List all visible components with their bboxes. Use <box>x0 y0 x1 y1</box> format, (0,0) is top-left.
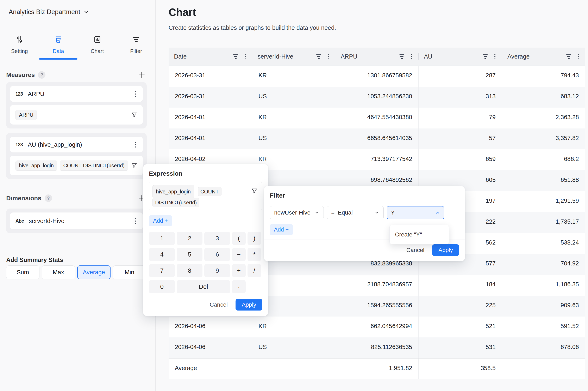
cell: 57 <box>419 128 502 149</box>
field-chip[interactable]: hive_app_login <box>15 161 57 171</box>
table-row: 2026-04-06KR662.045642994521591.52 <box>169 316 585 337</box>
measures-help-icon[interactable]: ? <box>38 71 46 79</box>
measure-expression-card[interactable]: hive_app_login COUNT DISTINCT(userId) <box>10 156 143 176</box>
cell: 2026-03-31 <box>169 66 252 87</box>
cell: 521 <box>419 316 502 337</box>
column-menu-icon[interactable] <box>327 53 330 61</box>
apply-button[interactable]: Apply <box>432 244 459 256</box>
funnel-filter-icon[interactable] <box>131 162 137 169</box>
kebab-menu-icon[interactable] <box>134 141 137 149</box>
measure-card[interactable]: 123 AU (hive_app_login) <box>10 137 143 153</box>
cell: 3,357.82 <box>502 128 585 149</box>
sliders-icon <box>15 35 24 44</box>
key-9[interactable]: 9 <box>204 264 230 277</box>
measure-group-arpu: 123 ARPU ARPU <box>6 82 147 128</box>
min-button[interactable]: Min <box>113 265 146 279</box>
key-4[interactable]: 4 <box>149 248 175 261</box>
cell: 79 <box>419 107 502 128</box>
field-chip[interactable]: ARPU <box>15 110 37 120</box>
cell: 1053.244856230 <box>335 87 419 107</box>
filter-value-input[interactable]: Y <box>387 206 444 219</box>
key-5[interactable]: 5 <box>177 248 202 261</box>
column-menu-icon[interactable] <box>493 53 497 61</box>
kebab-menu-icon[interactable] <box>134 90 137 98</box>
measure-name: ARPU <box>28 91 44 98</box>
key-2[interactable]: 2 <box>177 232 202 245</box>
filter-operator-select[interactable]: = Equal <box>327 206 384 219</box>
max-button[interactable]: Max <box>42 265 75 279</box>
cell: 651.88 <box>502 170 585 191</box>
cell: Average <box>169 359 252 379</box>
tab-chart-label: Chart <box>91 48 104 54</box>
key-delete[interactable]: Del <box>177 280 230 293</box>
key-6[interactable]: 6 <box>204 248 230 261</box>
cell: 2026-04-01 <box>169 128 252 149</box>
create-value-option[interactable]: Create "Y" <box>390 225 449 244</box>
column-menu-icon[interactable] <box>577 53 580 61</box>
cell: 531 <box>419 337 502 358</box>
cell: 358.5 <box>419 359 502 379</box>
expression-add-button[interactable]: Add + <box>149 215 172 226</box>
page-subtitle: Create statistics as tables or graphs to… <box>169 24 336 31</box>
column-filter-icon[interactable] <box>232 54 239 60</box>
cell: 704.92 <box>502 254 585 275</box>
cancel-button[interactable]: Cancel <box>406 247 424 253</box>
measure-card[interactable]: 123 ARPU <box>10 86 143 102</box>
column-menu-icon[interactable] <box>243 53 247 61</box>
workspace-selector[interactable]: Analytics Biz Department <box>9 8 89 16</box>
tab-chart[interactable]: Chart <box>78 33 117 59</box>
tab-filter-label: Filter <box>130 48 142 54</box>
column-header-serverid: serverId-Hive <box>252 48 335 66</box>
key-divide[interactable]: / <box>248 264 261 277</box>
key-8[interactable]: 8 <box>177 264 202 277</box>
filter-field-select[interactable]: newUser-Hive <box>270 206 324 219</box>
cell: US <box>252 337 335 358</box>
column-filter-icon[interactable] <box>398 54 405 60</box>
key-open-paren[interactable]: ( <box>232 232 246 245</box>
key-close-paren[interactable]: ) <box>248 232 261 245</box>
key-plus[interactable]: + <box>232 264 246 277</box>
column-filter-icon[interactable] <box>565 54 572 60</box>
expression-input[interactable]: hive_app_login COUNT DISTINCT(userId) <box>149 182 262 210</box>
measure-expression-card[interactable]: ARPU <box>10 105 143 125</box>
key-dot[interactable]: · <box>232 280 246 293</box>
cell: 2026-04-06 <box>169 316 252 337</box>
aggregation-chip[interactable]: COUNT DISTINCT(userId) <box>60 161 128 171</box>
tab-setting[interactable]: Setting <box>0 33 39 59</box>
cell: 2026-04-01 <box>169 107 252 128</box>
table-row: 2026-04-01US6658.645614035573,357.82 <box>169 128 585 149</box>
table-row: 2026-04-01KR4647.554430380792,363.28 <box>169 107 585 128</box>
cell: 2,363.28 <box>502 107 585 128</box>
dimension-group: Abc serverId-Hive <box>6 208 147 233</box>
page-title: Chart <box>169 6 196 18</box>
kebab-menu-icon[interactable] <box>134 217 137 225</box>
cancel-button[interactable]: Cancel <box>210 301 228 308</box>
key-minus[interactable]: − <box>232 248 246 261</box>
tab-filter[interactable]: Filter <box>117 33 156 59</box>
key-multiply[interactable]: * <box>248 248 261 261</box>
column-filter-icon[interactable] <box>482 54 489 60</box>
dimension-card[interactable]: Abc serverId-Hive <box>10 212 143 230</box>
filter-add-button[interactable]: Add + <box>270 224 293 235</box>
cell: US <box>252 128 335 149</box>
sum-button[interactable]: Sum <box>6 265 39 279</box>
key-3[interactable]: 3 <box>204 232 230 245</box>
add-measure-button[interactable] <box>137 70 146 80</box>
column-menu-icon[interactable] <box>410 53 413 61</box>
operator-symbol: = <box>331 209 334 216</box>
key-1[interactable]: 1 <box>149 232 175 245</box>
workspace-name: Analytics Biz Department <box>9 8 80 16</box>
tab-data[interactable]: Data <box>39 33 78 59</box>
funnel-filter-icon[interactable] <box>251 188 258 194</box>
dimensions-help-icon[interactable]: ? <box>45 195 52 202</box>
key-0[interactable]: 0 <box>149 280 175 293</box>
column-filter-icon[interactable] <box>315 54 322 60</box>
table-row: 2026-03-31KR1301.866759582287794.43 <box>169 66 585 87</box>
field-chip[interactable]: hive_app_login <box>152 185 194 198</box>
cell: 538.24 <box>502 233 585 254</box>
apply-button[interactable]: Apply <box>236 299 262 310</box>
filter-field-value: newUser-Hive <box>274 209 311 216</box>
average-button[interactable]: Average <box>77 265 111 279</box>
funnel-filter-icon[interactable] <box>131 112 137 118</box>
key-7[interactable]: 7 <box>149 264 175 277</box>
